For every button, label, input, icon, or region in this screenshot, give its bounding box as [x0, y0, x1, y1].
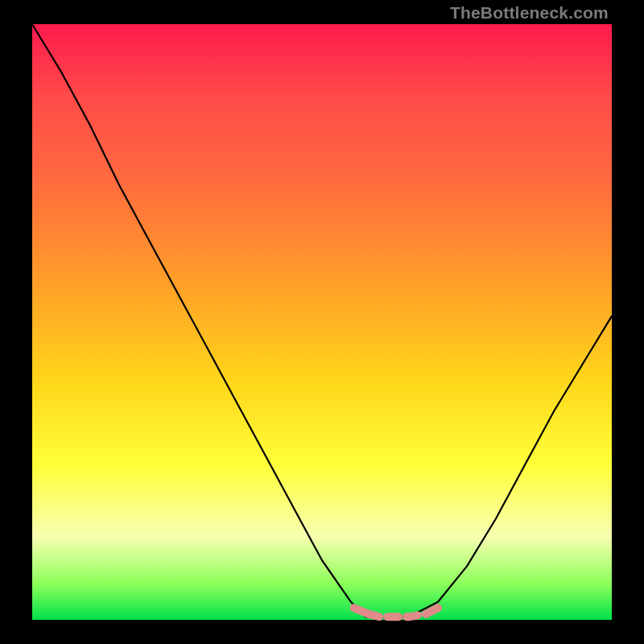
- black-curve: [32, 24, 612, 617]
- curve-layer: [32, 24, 612, 620]
- pink-curve-mid: [369, 614, 427, 617]
- watermark-label: TheBottleneck.com: [450, 3, 609, 23]
- chart-frame: TheBottleneck.com: [0, 0, 644, 644]
- pink-curve-right: [427, 608, 438, 613]
